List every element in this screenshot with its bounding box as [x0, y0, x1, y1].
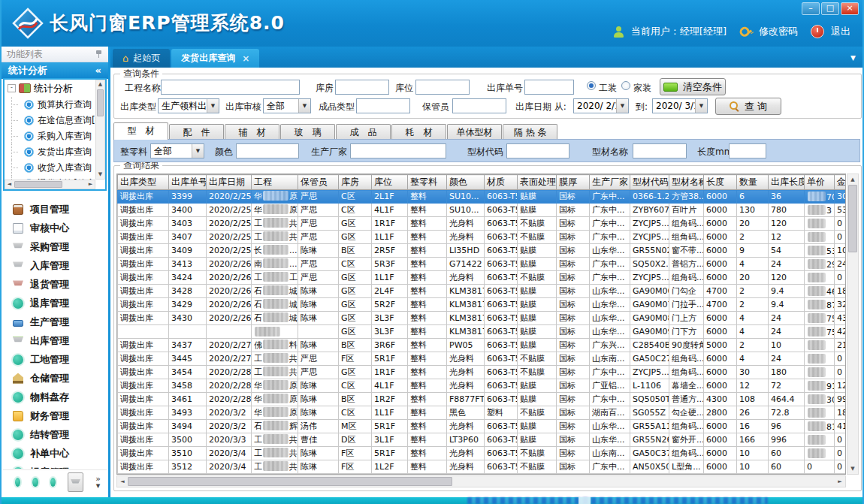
sidebar-module[interactable]: 报废管理 [3, 463, 107, 469]
column-header[interactable]: 工程 [252, 175, 298, 190]
table-row[interactable]: 调拨出库34292020/2/26石城陈琳G区5R2F整料KLM38176063… [118, 298, 847, 312]
keeper-input[interactable] [452, 98, 506, 113]
radio-home-label[interactable]: 家装 [633, 82, 651, 95]
column-header[interactable]: 出库类型 [118, 175, 169, 190]
column-header[interactable]: 数量 [737, 175, 769, 190]
table-row[interactable]: 调拨出库34612020/2/28华原...陈琳B区1R2F整料F8877FT6… [118, 393, 847, 406]
sidebar-module[interactable]: 生产管理 [3, 312, 107, 331]
out-type-select[interactable]: 生产领料出库 ▼ [158, 98, 219, 113]
scrollbar-thumb[interactable] [128, 477, 452, 486]
scrollbar-thumb[interactable] [14, 181, 62, 188]
project-name-input[interactable] [161, 80, 300, 95]
sidebar-module[interactable]: 物料盘存 [3, 388, 107, 406]
profile-name-input[interactable] [633, 143, 687, 158]
table-row[interactable]: 调拨出库34452020/2/27工共工程严思F区5R1F整料光身料6063-T… [118, 352, 847, 366]
column-header[interactable]: 库房 [339, 175, 372, 190]
module-dot-icon[interactable] [32, 478, 38, 487]
table-row[interactable]: 调拨出库34092020/2/25长...陈琳B区2R5F整料LI35HD606… [118, 244, 847, 258]
table-row[interactable]: 调拨出库34032020/2/25工共工程严思G区1R1F整料光身料6063-T… [118, 217, 847, 231]
table-row[interactable]: G区3L3F整料KLM38176063-T5贴膜国标山东华...GA90M09.… [118, 325, 847, 339]
material-tab[interactable]: 耗 材 [391, 124, 446, 140]
column-header[interactable]: 型材代码 [630, 175, 669, 190]
radio-home[interactable] [621, 81, 630, 90]
column-header[interactable]: 表面处理 [518, 175, 557, 190]
collapse-icon[interactable]: « [95, 62, 101, 79]
tree-item[interactable]: 预算执行查询 [5, 97, 95, 113]
sidebar-module[interactable]: 入库管理 [3, 256, 107, 275]
search-button[interactable]: 查 询 [715, 98, 781, 115]
scroll-right-icon[interactable]: ► [86, 180, 95, 189]
radio-engineering[interactable] [587, 81, 596, 90]
sidebar-module[interactable]: 退库管理 [3, 294, 107, 312]
table-row[interactable]: 调拨出库35122020/3/4工共工程陈琳F区1L2F整料光身料6063-T5… [118, 460, 847, 474]
table-row[interactable]: 调拨出库34072020/2/25工共工程严思G区1L1F整料光身料6063-T… [118, 231, 847, 244]
tree-horizontal-scrollbar[interactable]: ◄ ► [5, 180, 95, 189]
sidebar-module[interactable]: 补单中心 [3, 444, 107, 463]
change-password-link[interactable]: 修改密码 [759, 25, 798, 38]
table-row[interactable]: 调拨出库34932020/3/2华原...陈琳C区1L1F整料黑色塑料不贴膜国标… [118, 406, 847, 420]
tree-item[interactable]: 在途信息查询[待 [5, 113, 95, 128]
close-tab-icon[interactable]: × [242, 53, 249, 64]
sidebar-module[interactable]: 财务管理 [3, 406, 107, 425]
table-row[interactable]: 调拨出库33992020/2/25华原...严思C区2L1F整料SU10...6… [118, 190, 847, 204]
sidebar-module[interactable]: 工地管理 [3, 350, 107, 369]
column-header[interactable]: 颜色 [447, 175, 485, 190]
column-header[interactable]: 长度 [704, 175, 737, 190]
column-header[interactable]: 金 [835, 175, 847, 190]
material-tab[interactable]: 辅 材 [225, 124, 279, 140]
scrollbar-thumb[interactable] [97, 89, 104, 116]
scroll-down-icon[interactable]: ▼ [847, 463, 858, 474]
scrollbar-thumb[interactable] [848, 185, 857, 252]
length-input[interactable] [729, 143, 766, 158]
tree-item[interactable]: 发货出库查询 [5, 144, 95, 160]
warehouse-input[interactable] [335, 80, 389, 95]
table-row[interactable]: 调拨出库35002020/3/3工共工程曹佳D区3L1F整料LT3P606063… [118, 433, 847, 447]
minimize-button[interactable]: – [802, 2, 820, 15]
scroll-right-icon[interactable]: ► [835, 476, 845, 487]
table-row[interactable]: 调拨出库34242020/2/26工工程严思G区1L1F整料光身料6063-T5… [118, 271, 847, 285]
column-header[interactable]: 出库日期 [207, 175, 252, 190]
sidebar-module[interactable]: 审核中心 [3, 219, 107, 237]
order-no-input[interactable] [524, 80, 574, 95]
column-header[interactable]: 保管员 [298, 175, 339, 190]
table-row[interactable]: 调拨出库34582020/2/28华原...陈琳C区4L1F整料光身料6063-… [118, 379, 847, 393]
grid-vertical-scrollbar[interactable]: ▲ ▼ [847, 174, 859, 475]
pin-icon[interactable] [95, 50, 102, 58]
tab-active[interactable]: 发货出库查询 × [171, 49, 259, 68]
sidebar-module[interactable]: 项目管理 [3, 200, 107, 219]
table-row[interactable]: 调拨出库34372020/2/27佛料...陈琳B区3R6F整料PW056063… [118, 339, 847, 352]
table-row[interactable]: 调拨出库34002020/2/25华原...严思C区4L1F整料SU10...6… [118, 204, 847, 217]
tree-root[interactable]: - 统计分析 [5, 80, 95, 97]
grid-horizontal-scrollbar[interactable]: ◄ ► [116, 475, 846, 487]
column-header[interactable]: 出库长度 [769, 175, 805, 190]
scroll-left-icon[interactable]: ◄ [117, 476, 128, 487]
tab-inactive[interactable]: 起始页 [113, 49, 170, 68]
scroll-left-icon[interactable]: ◄ [5, 180, 14, 189]
whole-part-select[interactable]: 全部 ▼ [150, 143, 204, 158]
tree-expander-icon[interactable]: - [8, 84, 16, 92]
logout-link[interactable]: 退出 [831, 25, 850, 38]
sidebar-module[interactable]: 出库管理 [3, 331, 107, 350]
table-row[interactable]: 调拨出库35102020/3/4工共工程陈琳F区5R1F整料光身料6063-T5… [118, 447, 847, 460]
column-header[interactable]: 生产厂家 [590, 175, 630, 190]
chevron-down-icon[interactable]: ▼ [298, 99, 310, 113]
sidebar-module[interactable]: 仓储管理 [3, 369, 107, 388]
date-to-picker[interactable]: 2020/ 3/16 ▼ [652, 98, 708, 113]
manufacturer-input[interactable] [350, 143, 446, 158]
chevron-down-icon[interactable]: ▼ [207, 99, 219, 113]
material-tab[interactable]: 玻 璃 [280, 124, 335, 140]
column-header[interactable]: 库位 [372, 175, 408, 190]
table-row[interactable]: 调拨出库34132020/2/26南...严思C区5R3F整料G71422606… [118, 258, 847, 271]
material-tab[interactable]: 配 件 [169, 124, 224, 140]
tree-vertical-scrollbar[interactable]: ▲ ▼ [95, 80, 105, 180]
column-header[interactable]: 出库单号 [169, 175, 207, 190]
audit-select[interactable]: 全部 ▼ [263, 98, 311, 113]
tree-item[interactable]: 采购入库查询 [5, 128, 95, 144]
profile-code-input[interactable] [506, 143, 569, 158]
table-row[interactable]: 调拨出库34302020/2/26石城陈琳G区3L3F整料KLM38176063… [118, 312, 847, 325]
location-input[interactable] [415, 80, 470, 95]
table-row[interactable]: 调拨出库34282020/2/26石城陈琳G区2L4F整料KLM38176063… [118, 285, 847, 298]
scroll-down-icon[interactable]: ▼ [96, 171, 104, 179]
chevron-down-icon[interactable]: ▼ [695, 99, 707, 113]
column-header[interactable]: 型材名称 [669, 175, 704, 190]
